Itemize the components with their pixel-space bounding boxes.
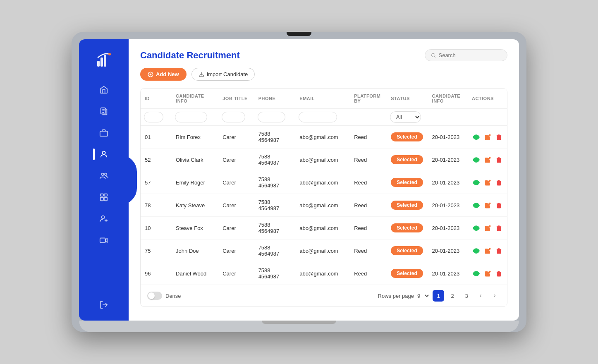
actions-cell <box>472 156 503 164</box>
cell-name: Emily Roger <box>172 171 218 194</box>
delete-button[interactable] <box>495 133 503 141</box>
edit-button[interactable] <box>484 247 492 255</box>
sidebar-item-user-add[interactable] <box>95 210 113 228</box>
page-btn-1[interactable]: 1 <box>433 290 444 302</box>
svg-rect-11 <box>104 194 107 196</box>
search-input[interactable] <box>438 52 501 58</box>
cell-actions <box>468 194 507 217</box>
cell-date: 20-01-2023 <box>428 217 468 239</box>
sidebar-item-logout[interactable] <box>95 296 113 314</box>
edit-button[interactable] <box>484 270 492 278</box>
dense-toggle[interactable]: Dense <box>147 292 181 300</box>
cell-actions <box>468 262 507 285</box>
eye-icon <box>473 225 480 232</box>
svg-rect-13 <box>104 197 107 201</box>
delete-button[interactable] <box>495 179 503 187</box>
view-button[interactable] <box>472 201 481 210</box>
page-btn-2[interactable]: 2 <box>447 290 458 302</box>
trash-icon <box>496 225 502 231</box>
delete-button[interactable] <box>495 156 503 164</box>
cell-name: Steave Fox <box>172 217 218 239</box>
status-badge: Selected <box>391 223 423 232</box>
cell-job: Carer <box>218 262 254 285</box>
cell-email: abc@gmail.com <box>295 194 350 217</box>
actions-cell <box>472 224 503 232</box>
eye-icon <box>473 247 480 254</box>
view-button[interactable] <box>472 156 481 164</box>
view-button[interactable] <box>472 247 481 255</box>
sidebar-item-briefcase[interactable] <box>95 124 113 142</box>
sidebar-item-video[interactable] <box>95 231 113 249</box>
sidebar-item-team[interactable] <box>95 167 113 185</box>
edit-button[interactable] <box>484 156 492 164</box>
download-icon <box>199 72 204 77</box>
cell-platform: Reed <box>350 148 387 171</box>
col-actions: ACTIONS <box>468 89 507 109</box>
cell-date: 20-01-2023 <box>428 239 468 262</box>
cell-job: Carer <box>218 171 254 194</box>
filter-row: All Selected <box>141 109 507 126</box>
rows-per-page-label: Rows per page <box>378 293 414 299</box>
svg-point-28 <box>475 204 477 206</box>
sidebar-item-home[interactable] <box>95 81 113 99</box>
filter-id[interactable] <box>144 112 163 122</box>
edit-button[interactable] <box>484 133 492 141</box>
view-button[interactable] <box>472 224 481 232</box>
sidebar-item-profile[interactable] <box>95 145 113 163</box>
import-candidate-button[interactable]: Import Candidate <box>191 68 255 81</box>
filter-phone[interactable] <box>258 112 285 122</box>
col-id: ID <box>141 89 172 109</box>
filter-name[interactable] <box>175 112 207 122</box>
cell-name: Daniel Wood <box>172 262 218 285</box>
chevron-right-icon <box>492 293 497 298</box>
sidebar-item-grid[interactable] <box>95 188 113 206</box>
page-next[interactable] <box>489 290 500 302</box>
edit-icon <box>485 157 491 163</box>
view-button[interactable] <box>472 133 481 141</box>
delete-button[interactable] <box>495 224 503 232</box>
cell-phone: 7588 4564987 <box>254 148 296 171</box>
table-row: 78 Katy Steave Carer 7588 4564987 abc@gm… <box>141 194 507 217</box>
chevron-left-icon <box>478 293 483 298</box>
edit-button[interactable] <box>484 201 492 209</box>
sidebar-bottom <box>95 296 113 314</box>
edit-icon <box>485 225 491 231</box>
candidates-table: ID CANDIDATE INFO JOB TITLE PHONE EMAIL … <box>140 88 507 307</box>
view-button[interactable] <box>472 269 481 278</box>
delete-button[interactable] <box>495 270 503 278</box>
toolbar: Add New Import Candidate <box>140 68 507 81</box>
table-header-row: ID CANDIDATE INFO JOB TITLE PHONE EMAIL … <box>141 89 507 109</box>
svg-rect-5 <box>100 131 108 136</box>
table-row: 96 Daniel Wood Carer 7588 4564987 abc@gm… <box>141 262 507 285</box>
add-new-button[interactable]: Add New <box>140 68 187 81</box>
svg-point-3 <box>108 53 111 55</box>
filter-email[interactable] <box>299 112 337 122</box>
svg-point-30 <box>475 250 477 251</box>
delete-button[interactable] <box>495 247 503 255</box>
cell-actions <box>468 171 507 194</box>
rows-per-page: Rows per page 9 15 25 <box>378 292 430 299</box>
svg-rect-1 <box>100 57 103 67</box>
view-button[interactable] <box>472 178 481 187</box>
search-box[interactable] <box>425 49 507 61</box>
sidebar-item-documents[interactable] <box>95 102 113 120</box>
eye-icon <box>473 156 480 163</box>
rows-select[interactable]: 9 15 25 <box>416 292 430 299</box>
page-btn-3[interactable]: 3 <box>461 290 472 302</box>
delete-button[interactable] <box>495 201 503 209</box>
svg-point-31 <box>475 273 477 274</box>
filter-status[interactable]: All Selected <box>390 111 421 123</box>
svg-point-25 <box>475 136 477 138</box>
page-prev[interactable] <box>475 290 486 302</box>
filter-job[interactable] <box>222 112 245 122</box>
cell-platform: Reed <box>350 217 387 239</box>
col-job-title: JOB TITLE <box>218 89 254 109</box>
page-title: Candidate Recruitment <box>140 50 240 61</box>
cell-status: Selected <box>387 171 428 194</box>
edit-button[interactable] <box>484 224 492 232</box>
status-badge: Selected <box>391 132 423 141</box>
cell-id: 01 <box>141 126 172 148</box>
table-row: 01 Rim Forex Carer 7588 4564987 abc@gmai… <box>141 126 507 148</box>
edit-button[interactable] <box>484 179 492 187</box>
dense-switch[interactable] <box>147 292 162 300</box>
